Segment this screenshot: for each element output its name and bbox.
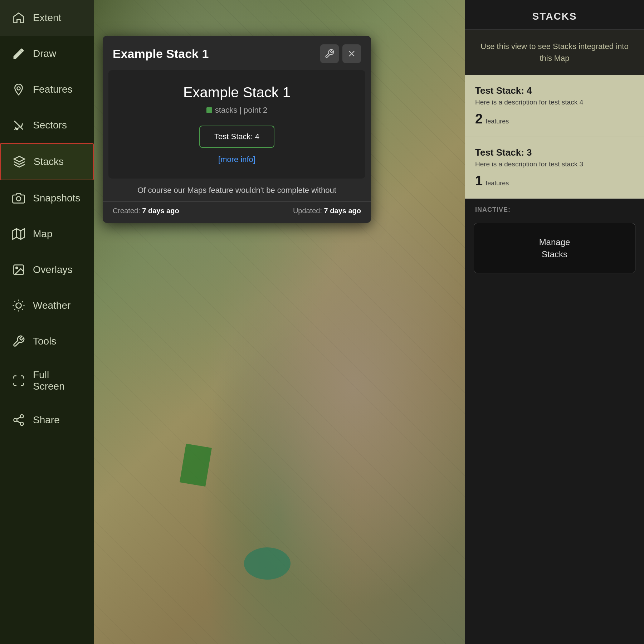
popup-stack-meta: stacks | point 2 [206,106,267,115]
stack-card-0-count: 2 features [475,111,634,127]
camera-icon [11,190,26,206]
popup-settings-button[interactable] [320,44,339,63]
sidebar-label-extent: Extent [33,12,61,24]
sidebar-label-stacks: Stacks [34,156,64,167]
popup-stack-button[interactable]: Test Stack: 4 [199,126,274,148]
pin-icon [11,82,26,97]
sidebar-label-tools: Tools [33,336,56,347]
sidebar-item-stacks[interactable]: Stacks [0,143,94,180]
stacks-inactive-label: INACTIVE: [465,199,644,217]
sidebar-item-snapshots[interactable]: Snapshots [0,180,94,216]
sidebar-item-sectors[interactable]: Sectors [0,107,94,143]
svg-line-9 [22,309,23,310]
sun-icon [11,298,26,313]
pencil-icon [11,46,26,62]
popup-title: Example Stack 1 [113,47,209,61]
svg-line-8 [14,301,15,302]
map-area[interactable]: Example Stack 1 Example Stack 1 stacks [94,0,465,644]
sidebar-label-sectors: Sectors [33,119,67,131]
popup-updated: Updated: 7 days ago [293,207,361,215]
radio-icon [11,117,26,133]
svg-line-17 [17,421,20,423]
tools-icon [11,333,26,349]
manage-stacks-button[interactable]: Manage Stacks [474,223,635,273]
sidebar-label-snapshots: Snapshots [33,192,80,204]
sidebar-item-extent[interactable]: Extent [0,0,94,36]
sidebar-label-weather: Weather [33,300,70,311]
sidebar-label-overlays: Overlays [33,264,72,275]
svg-point-1 [16,128,18,130]
stack-card-1-count-num: 1 [475,173,483,189]
sidebar-item-features[interactable]: Features [0,72,94,107]
image-icon [11,262,26,278]
popup-updated-value: 7 days ago [324,207,361,215]
stack-card-0-desc: Here is a description for test stack 4 [475,98,634,106]
popup-created: Created: 7 days ago [113,207,179,215]
svg-line-13 [22,301,23,302]
svg-point-5 [16,303,21,308]
svg-point-16 [20,422,24,425]
manage-stacks-line1: Manage [481,236,628,248]
popup-stack-meta-text: stacks | point 2 [215,106,267,115]
share-icon [11,412,26,428]
sidebar: Extent Draw Features Sectors [0,0,94,644]
manage-stacks-line2: Stacks [481,248,628,260]
stack-card-1[interactable]: Test Stack: 3 Here is a description for … [465,137,644,199]
popup-footer-dates: Created: 7 days ago Updated: 7 days ago [103,201,371,223]
stacks-panel-title: STACKS [532,11,577,22]
stack-card-1-desc: Here is a description for test stack 3 [475,160,634,168]
stacks-intro-text: Use this view to see Stacks integrated i… [465,30,644,75]
svg-point-14 [20,415,24,418]
sidebar-item-fullscreen[interactable]: Full Screen [0,359,94,402]
sidebar-label-share: Share [33,414,60,426]
svg-point-2 [16,197,21,201]
stack-card-0-count-num: 2 [475,111,483,127]
popup-footer-text: Of course our Maps feature wouldn't be c… [103,179,371,199]
popup-header-buttons [320,44,361,63]
svg-point-0 [17,87,20,90]
svg-point-4 [16,267,18,269]
stack-card-1-count: 1 features [475,173,634,189]
popup-stack-name: Example Stack 1 [183,84,291,101]
popup-more-info-link[interactable]: [more info] [218,155,255,164]
sidebar-item-overlays[interactable]: Overlays [0,252,94,288]
stack-popup: Example Stack 1 Example Stack 1 stacks [103,36,371,223]
popup-created-value: 7 days ago [142,207,179,215]
popup-body: Example Stack 1 stacks | point 2 Test St… [108,70,365,179]
map-field-2 [244,547,291,580]
popup-header: Example Stack 1 [103,36,371,70]
stacks-panel: STACKS Use this view to see Stacks integ… [465,0,644,644]
home-icon [11,10,26,26]
sidebar-item-weather[interactable]: Weather [0,288,94,323]
layers-icon [11,154,27,170]
sidebar-item-share[interactable]: Share [0,402,94,438]
sidebar-label-fullscreen: Full Screen [33,369,83,392]
sidebar-label-features: Features [33,84,73,95]
sidebar-item-map[interactable]: Map [0,216,94,252]
stack-card-1-count-label: features [486,180,509,187]
stack-card-0-count-label: features [486,118,509,125]
stacks-panel-header: STACKS [465,0,644,30]
map-icon [11,226,26,242]
popup-close-button[interactable] [342,44,361,63]
stack-card-0[interactable]: Test Stack: 4 Here is a description for … [465,75,644,137]
stack-card-1-title: Test Stack: 3 [475,147,634,158]
sidebar-label-draw: Draw [33,48,56,59]
sidebar-item-tools[interactable]: Tools [0,323,94,359]
sidebar-item-draw[interactable]: Draw [0,36,94,72]
sidebar-label-map: Map [33,228,52,240]
svg-line-18 [17,417,20,419]
green-dot-icon [206,107,212,113]
svg-point-15 [14,419,17,422]
svg-line-12 [14,309,15,310]
fullscreen-icon [11,373,26,389]
stack-card-0-title: Test Stack: 4 [475,85,634,96]
